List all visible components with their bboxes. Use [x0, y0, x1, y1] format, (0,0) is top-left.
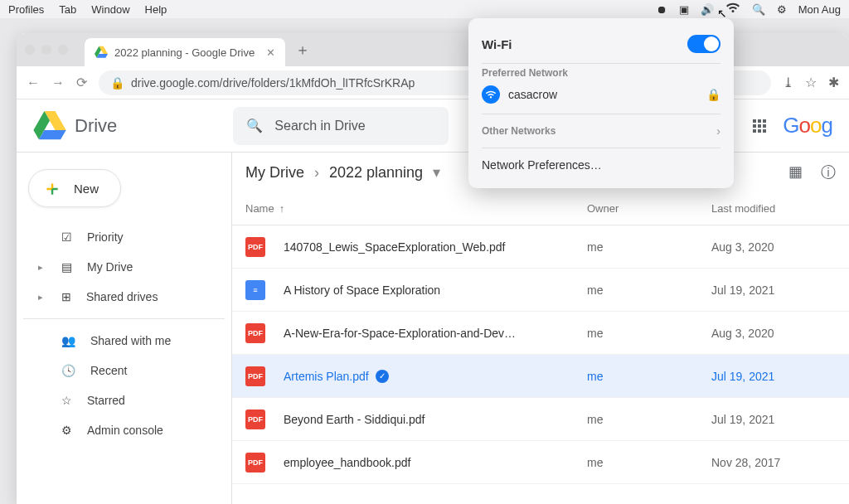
window-traffic-lights[interactable]	[25, 45, 68, 55]
file-name: A History of Space Exploration	[284, 284, 587, 297]
volume-icon[interactable]: 🔊	[701, 3, 714, 16]
col-owner[interactable]: Owner	[587, 202, 711, 215]
col-name[interactable]: Name	[245, 202, 274, 215]
pdf-icon: PDF	[245, 366, 265, 386]
breadcrumb-root[interactable]: My Drive	[245, 164, 304, 182]
wifi-popup: Wi-Fi Preferred Network casacrow 🔒 Other…	[468, 18, 734, 188]
file-name: 140708_Lewis_SpaceExploration_Web.pdf	[284, 240, 587, 254]
drive-logo[interactable]: Drive	[33, 111, 117, 141]
menu-tab[interactable]: Tab	[59, 3, 76, 16]
details-icon[interactable]: ⓘ	[821, 162, 836, 182]
shared-icon: 👥	[61, 334, 75, 347]
menu-help[interactable]: Help	[145, 3, 167, 16]
file-row[interactable]: PDF140708_Lewis_SpaceExploration_Web.pdf…	[232, 225, 849, 269]
breadcrumb-current[interactable]: 2022 planning	[329, 164, 423, 182]
wifi-network-name: casacrow	[508, 88, 557, 101]
wifi-signal-icon	[482, 85, 500, 104]
wifi-network-row[interactable]: casacrow 🔒	[482, 79, 720, 110]
extensions-icon[interactable]: ✱	[828, 75, 839, 90]
column-header: Name↑ Owner Last modified	[232, 192, 849, 225]
sort-arrow-icon[interactable]: ↑	[279, 202, 285, 215]
file-name: Beyond Earth - Siddiqui.pdf	[284, 413, 587, 426]
browser-tab[interactable]: 2022 planning - Google Drive ✕	[85, 38, 285, 66]
sidebar-item-starred[interactable]: ☆Starred	[23, 385, 225, 415]
pdf-icon: PDF	[245, 410, 265, 429]
shared-drives-icon: ⊞	[61, 290, 71, 303]
new-button-label: New	[74, 182, 99, 196]
file-row[interactable]: PDFBeyond Earth - Siddiqui.pdfmeJul 19, …	[232, 398, 849, 441]
spotlight-icon[interactable]: 🔍	[752, 3, 765, 16]
drive-logo-icon	[33, 111, 66, 141]
file-modified: Nov 28, 2017	[711, 456, 836, 469]
menu-profiles[interactable]: Profiles	[8, 3, 44, 16]
download-icon[interactable]: ⤓	[783, 75, 793, 90]
wifi-title: Wi-Fi	[482, 37, 512, 51]
file-modified: Jul 19, 2021	[711, 284, 836, 297]
file-modified: Aug 3, 2020	[711, 327, 836, 340]
recent-icon: 🕓	[61, 364, 75, 377]
plus-icon: ＋	[42, 175, 62, 201]
reload-button[interactable]: ⟳	[76, 75, 87, 90]
network-prefs-label: Network Preferences…	[482, 158, 602, 172]
network-preferences-link[interactable]: Network Preferences…	[482, 152, 720, 178]
file-owner: me	[587, 284, 711, 297]
lock-icon: 🔒	[706, 88, 720, 101]
back-button[interactable]: ←	[27, 75, 40, 90]
file-name: Artemis Plan.pdf✓	[284, 370, 587, 383]
file-owner: me	[587, 456, 711, 469]
control-center-icon[interactable]: ⚙	[777, 3, 787, 16]
forward-button[interactable]: →	[51, 75, 65, 90]
file-row[interactable]: PDFArtemis Plan.pdf✓meJul 19, 2021	[232, 355, 849, 398]
tab-close-icon[interactable]: ✕	[266, 46, 275, 59]
lock-icon: 🔒	[110, 76, 124, 90]
sidebar-item-shared-with-me[interactable]: 👥Shared with me	[23, 326, 225, 356]
file-name: A-New-Era-for-Space-Exploration-and-Dev…	[284, 327, 587, 340]
sidebar-item-priority[interactable]: ☑Priority	[23, 222, 225, 252]
file-row[interactable]: PDFA-New-Era-for-Space-Exploration-and-D…	[232, 312, 849, 355]
file-name: employee_handbook.pdf	[284, 456, 587, 469]
search-icon: 🔍	[246, 118, 263, 133]
sidebar-item-recent[interactable]: 🕓Recent	[23, 356, 225, 385]
priority-icon: ☑	[61, 230, 72, 244]
menubar-clock: Mon Aug	[798, 3, 841, 16]
other-networks-label: Other Networks	[482, 125, 555, 137]
main-area: My Drive › 2022 planning ▾ 🔗 👤⁺ 👁 🗑 ⋮ ▦ …	[232, 153, 849, 504]
tab-title: 2022 planning - Google Drive	[114, 46, 255, 59]
gdoc-icon: ≡	[245, 280, 265, 300]
file-modified: Jul 19, 2021	[711, 413, 836, 426]
chevron-right-icon: ›	[314, 164, 319, 182]
mydrive-icon: ▤	[61, 260, 72, 274]
verified-badge-icon: ✓	[376, 370, 389, 383]
pdf-icon: PDF	[245, 237, 265, 257]
menu-window[interactable]: Window	[91, 3, 129, 16]
sidebar-item-shared-drives[interactable]: ▸⊞Shared drives	[23, 282, 225, 312]
picture-in-picture-icon[interactable]: ▣	[679, 3, 689, 16]
drive-search[interactable]: 🔍 Search in Drive	[233, 107, 449, 145]
pdf-icon: PDF	[245, 453, 265, 472]
file-list: PDF140708_Lewis_SpaceExploration_Web.pdf…	[232, 225, 849, 484]
file-row[interactable]: PDFemployee_handbook.pdfmeNov 28, 2017	[232, 441, 849, 484]
google-apps-icon[interactable]	[753, 119, 766, 133]
drive-favicon-icon	[95, 46, 108, 59]
star-icon: ☆	[61, 394, 72, 407]
pdf-icon: PDF	[245, 323, 265, 343]
record-icon[interactable]: ⏺	[657, 3, 667, 16]
new-tab-button[interactable]: ＋	[295, 40, 310, 60]
wifi-toggle[interactable]	[687, 35, 720, 53]
macos-menubar: Profiles Tab Window Help ⏺ ▣ 🔊 🔍 ⚙ Mon A…	[0, 0, 849, 18]
preferred-network-label: Preferred Network	[482, 67, 720, 79]
sidebar-item-mydrive[interactable]: ▸▤My Drive	[23, 252, 225, 282]
google-account[interactable]: Goog	[783, 113, 832, 138]
admin-icon: ⚙	[61, 424, 72, 437]
file-row[interactable]: ≡A History of Space ExplorationmeJul 19,…	[232, 269, 849, 312]
sidebar-item-admin[interactable]: ⚙Admin console	[23, 415, 225, 445]
col-modified[interactable]: Last modified	[711, 202, 836, 215]
file-owner: me	[587, 370, 711, 383]
new-button[interactable]: ＋ New	[28, 169, 121, 207]
chevron-down-icon[interactable]: ▾	[433, 163, 440, 182]
other-networks-row[interactable]: Other Networks ›	[482, 118, 720, 144]
view-grid-icon[interactable]: ▦	[788, 162, 803, 182]
url-text: drive.google.com/drive/folders/1kMfdOh_l…	[131, 76, 415, 90]
bookmark-star-icon[interactable]: ☆	[805, 75, 817, 90]
wifi-icon[interactable]	[725, 2, 740, 17]
